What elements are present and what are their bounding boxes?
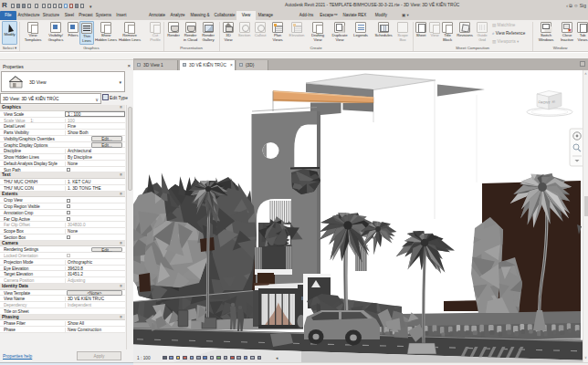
- svg-text:RI: RI: [551, 100, 555, 104]
- svg-text:FRONT: FRONT: [538, 100, 551, 104]
